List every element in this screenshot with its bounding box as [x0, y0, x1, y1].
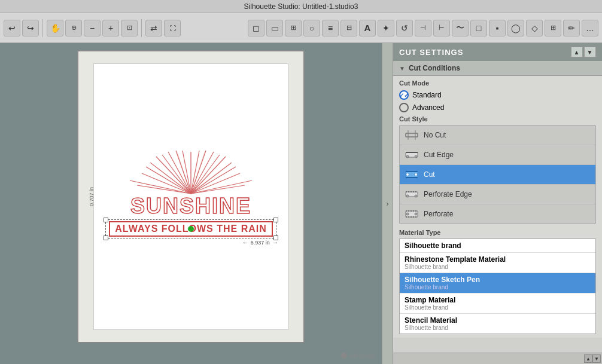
cut-style-container: No Cut	[399, 125, 596, 224]
material-type-label: Material Type	[399, 229, 596, 236]
eraser-icon[interactable]: ◻	[248, 20, 264, 36]
cutting-mat: 0.707 in	[77, 50, 305, 343]
material-brand-sketch-pen: Silhouette brand	[405, 284, 591, 290]
material-item-stencil[interactable]: Stencil Material Silhouette brand	[400, 314, 595, 334]
material-name-rhinestone: Rhinestone Template Material	[405, 255, 591, 264]
fullscreen-icon[interactable]: ⛶	[164, 20, 181, 36]
material-item-silhouette-top[interactable]: Silhouette brand	[400, 239, 595, 253]
panel-content: ▼ Cut Conditions Cut Mode ✓ Standard	[393, 61, 602, 353]
material-name-silhouette-top: Silhouette brand	[405, 241, 591, 250]
standard-radio-row[interactable]: ✓ Standard	[399, 90, 596, 100]
subtitle-text: ALWAYS FOLLOWS THE RAIN	[109, 221, 273, 237]
grid2-icon[interactable]: ⊞	[545, 20, 561, 36]
pen-icon[interactable]: ✏	[563, 20, 580, 36]
canvas-area[interactable]: ▲ 0.707 in	[0, 43, 382, 364]
silhouette-logo-svg: silhouette	[340, 351, 376, 360]
cut-settings-panel: CUT SETTINGS ▲ ▼ ▼ Cut Conditions Cut Mo…	[393, 43, 602, 364]
panel-collapse-button[interactable]: ▼	[584, 47, 596, 57]
cut-style-label: Cut Style	[399, 115, 596, 123]
fill-icon[interactable]: ▪	[489, 20, 506, 36]
panel-expand-button[interactable]: ▲	[571, 47, 583, 57]
zoom-in-icon[interactable]: +	[102, 20, 119, 36]
selection-handle-tl[interactable]	[104, 218, 108, 222]
panel-header: CUT SETTINGS ▲ ▼	[393, 43, 602, 61]
material-item-stamp[interactable]: Stamp Material Silhouette brand	[400, 293, 595, 314]
title-bar: Silhouette Studio: Untitled-1.studio3	[0, 0, 602, 13]
cut-style-cut[interactable]: Cut	[400, 165, 595, 185]
svg-rect-26	[406, 133, 418, 137]
undo-icon[interactable]: ↩	[4, 20, 20, 36]
mat-inner[interactable]: SUNSHINE	[93, 63, 288, 330]
advanced-radio-button[interactable]	[399, 103, 409, 112]
scroll-up-button[interactable]: ▲	[584, 354, 592, 363]
svg-line-5	[137, 185, 191, 194]
standard-radio-button[interactable]: ✓	[399, 90, 409, 100]
cut-style-perforate-edge[interactable]: Perforate Edge	[400, 185, 595, 204]
zoom-fit-icon[interactable]: ⊕	[65, 20, 82, 36]
zoom-selection-icon[interactable]: ⊡	[121, 20, 138, 36]
lines-icon[interactable]: ≡	[322, 20, 339, 36]
svg-point-31	[406, 155, 409, 158]
more-icon[interactable]: …	[582, 20, 598, 36]
material-name-stamp: Stamp Material	[405, 296, 591, 304]
cut-style-cut-edge[interactable]: Cut Edge	[400, 145, 595, 165]
cut-style-perforate[interactable]: Perforate	[400, 204, 595, 224]
redo-icon[interactable]: ↪	[22, 20, 39, 36]
rotate-left-icon[interactable]: ↺	[396, 20, 413, 36]
selection-handle-tr[interactable]	[273, 218, 278, 222]
merge-icon[interactable]: ⊢	[433, 20, 450, 36]
svg-point-46	[415, 213, 417, 215]
material-brand-stamp: Silhouette brand	[405, 304, 591, 311]
material-item-rhinestone[interactable]: Rhinestone Template Material Silhouette …	[400, 253, 595, 273]
square-icon[interactable]: □	[470, 20, 487, 36]
flip-icon[interactable]: ⇄	[145, 20, 162, 36]
material-list: Silhouette brand Rhinestone Template Mat…	[399, 238, 596, 334]
cut-edge-label: Cut Edge	[424, 151, 454, 159]
text-icon[interactable]: A	[359, 20, 376, 36]
lines2-icon[interactable]: ⊟	[340, 20, 357, 36]
arrow-right-icon: →	[272, 239, 278, 246]
svg-point-41	[415, 195, 417, 197]
circle2-icon[interactable]: ◯	[507, 20, 524, 36]
panel-header-buttons: ▲ ▼	[571, 47, 596, 57]
standard-check-icon: ✓	[399, 92, 404, 99]
perforate-edge-label: Perforate Edge	[424, 190, 472, 198]
advanced-radio-row[interactable]: Advanced	[399, 103, 596, 112]
width-measurement: ← 6.937 in →	[242, 239, 278, 246]
svg-line-13	[146, 167, 191, 194]
cut-edge-icon	[405, 149, 419, 161]
main-area: ▲ 0.707 in	[0, 43, 602, 364]
cut-conditions-section: ▼ Cut Conditions Cut Mode ✓ Standard	[393, 61, 602, 338]
wave-icon[interactable]: 〜	[452, 20, 469, 36]
silhouette-logo: silhouette	[340, 351, 376, 361]
svg-point-32	[415, 155, 417, 158]
no-cut-icon	[405, 129, 419, 141]
sidebar-collapse-button[interactable]: ›	[382, 43, 393, 364]
design-content: SUNSHINE	[104, 84, 278, 309]
zoom-out-icon[interactable]: −	[84, 20, 101, 36]
panel-scroll-controls: ▲ ▼	[393, 353, 602, 364]
material-item-sketch-pen[interactable]: Silhouette Sketch Pen Silhouette brand	[400, 273, 595, 293]
svg-line-16	[191, 167, 236, 194]
sun-rays-svg	[125, 146, 257, 200]
toolbar-separator-1	[42, 19, 43, 37]
rectangle-icon[interactable]: ▭	[266, 20, 283, 36]
panel-title: CUT SETTINGS	[399, 48, 463, 57]
toolbar: ↩ ↪ ✋ ⊕ − + ⊡ ⇄ ⛶ ◻ ▭ ⊞ ○ ≡ ⊟ A ✦ ↺ ⊣ ⊢ …	[0, 13, 602, 43]
svg-point-37	[415, 173, 418, 176]
grid-icon[interactable]: ⊞	[285, 20, 302, 36]
selection-handle-bl[interactable]	[104, 235, 108, 240]
circle-icon[interactable]: ○	[303, 20, 320, 36]
hand-tool-icon[interactable]: ✋	[47, 20, 63, 36]
split-icon[interactable]: ⊣	[415, 20, 431, 36]
scroll-down-button[interactable]: ▼	[592, 354, 601, 363]
cut-style-no-cut[interactable]: No Cut	[400, 126, 595, 145]
collapse-chevron-icon: ›	[387, 200, 389, 208]
cut-conditions-header[interactable]: ▼ Cut Conditions	[393, 61, 602, 76]
star-icon[interactable]: ✦	[378, 20, 394, 36]
svg-point-45	[406, 213, 409, 215]
svg-point-24	[341, 353, 347, 359]
material-brand-stencil: Silhouette brand	[405, 325, 591, 331]
diamond-icon[interactable]: ◇	[526, 20, 543, 36]
advanced-label: Advanced	[412, 103, 444, 112]
